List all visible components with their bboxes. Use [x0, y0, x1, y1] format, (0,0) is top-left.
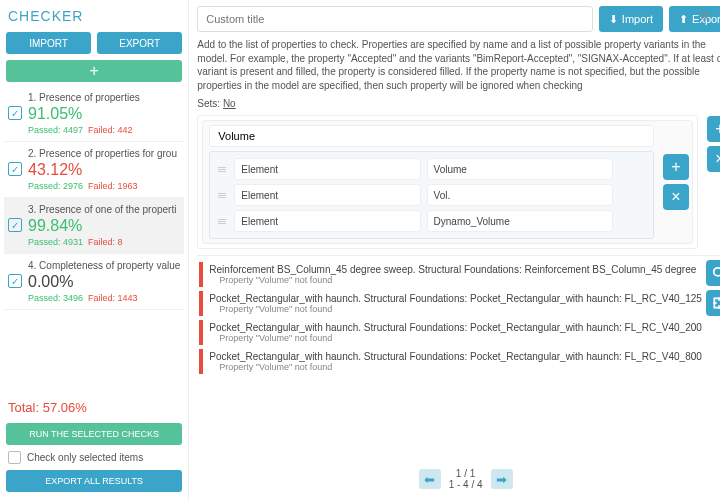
drag-handle-icon[interactable] — [216, 210, 228, 232]
error-list: Reinforcement BS_Column_45 degree sweep.… — [197, 260, 720, 464]
check-checkbox[interactable]: ✓ — [8, 218, 22, 232]
remove-row-button[interactable]: × — [663, 184, 689, 210]
property-type[interactable]: Element — [234, 158, 420, 180]
drag-handle-icon[interactable] — [216, 184, 228, 206]
error-main: Pocket_Rectangular_with haunch. Structur… — [209, 351, 702, 362]
error-sub: Property "Volume" not found — [209, 275, 702, 285]
property-name[interactable]: Volume — [427, 158, 613, 180]
drag-handle-icon[interactable] — [216, 158, 228, 180]
check-only-label: Check only selected items — [27, 452, 143, 463]
pager-next-button[interactable]: ➡ — [491, 469, 513, 489]
error-sub: Property "Volume" not found — [209, 333, 702, 343]
failed-count: Failed: 8 — [88, 237, 123, 247]
check-name: 4. Completeness of property value — [28, 260, 180, 271]
check-percent: 91.05% — [28, 105, 180, 123]
remove-group-button[interactable]: × — [707, 146, 720, 172]
error-main: Pocket_Rectangular_with haunch. Structur… — [209, 293, 702, 304]
error-item[interactable]: Pocket_Rectangular_with haunch. Structur… — [199, 349, 720, 374]
error-item[interactable]: Pocket_Rectangular_with haunch. Structur… — [199, 291, 720, 316]
check-item[interactable]: ✓ 1. Presence of properties 91.05% Passe… — [4, 86, 184, 142]
sets-label: Sets: — [197, 98, 220, 109]
pager-prev-button[interactable]: ⬅ — [419, 469, 441, 489]
check-checkbox[interactable]: ✓ — [8, 162, 22, 176]
property-row[interactable]: Element Dynamo_Volume — [216, 210, 613, 232]
total-label: Total: 57.06% — [4, 394, 184, 421]
check-item[interactable]: ✓ 4. Completeness of property value 0.00… — [4, 254, 184, 310]
check-checkbox[interactable]: ✓ — [8, 274, 22, 288]
error-sub: Property "Volume" not found — [209, 304, 702, 314]
check-name: 2. Presence of properties for grou — [28, 148, 180, 159]
group-title[interactable]: Volume — [209, 125, 654, 147]
check-item[interactable]: ✓ 3. Presence of one of the properti 99.… — [4, 198, 184, 254]
check-percent: 43.12% — [28, 161, 180, 179]
check-checkbox[interactable]: ✓ — [8, 106, 22, 120]
property-type[interactable]: Element — [234, 184, 420, 206]
failed-count: Failed: 1443 — [88, 293, 138, 303]
close-icon[interactable]: × — [699, 6, 710, 27]
property-area: + × Volume + × Element Volume Element Vo… — [197, 115, 698, 249]
upload-icon: ⬆ — [679, 13, 688, 26]
right-export-button[interactable]: ⬆Export — [669, 6, 720, 32]
left-import-button[interactable]: IMPORT — [6, 32, 91, 54]
locate-error-button[interactable] — [706, 290, 720, 316]
check-name: 1. Presence of properties — [28, 92, 180, 103]
check-percent: 0.00% — [28, 273, 180, 291]
svg-point-0 — [714, 268, 720, 276]
property-name[interactable]: Dynamo_Volume — [427, 210, 613, 232]
error-sub: Property "Volume" not found — [209, 362, 702, 372]
property-type[interactable]: Element — [234, 210, 420, 232]
passed-count: Passed: 2976 — [28, 181, 83, 191]
app-title: CHECKER — [8, 8, 83, 24]
left-export-button[interactable]: EXPORT — [97, 32, 182, 54]
error-main: Reinforcement BS_Column_45 degree sweep.… — [209, 264, 702, 275]
property-row[interactable]: Element Vol. — [216, 184, 613, 206]
sets-value[interactable]: No — [223, 98, 236, 109]
add-group-button[interactable]: + — [707, 116, 720, 142]
export-all-button[interactable]: EXPORT ALL RESULTS — [6, 470, 182, 492]
custom-title-input[interactable] — [197, 6, 593, 32]
pager-range: 1 - 4 / 4 — [449, 479, 483, 490]
download-icon: ⬇ — [609, 13, 618, 26]
run-checks-button[interactable]: RUN THE SELECTED CHECKS — [6, 423, 182, 445]
check-percent: 99.84% — [28, 217, 180, 235]
error-item[interactable]: Pocket_Rectangular_with haunch. Structur… — [199, 320, 720, 345]
check-name: 3. Presence of one of the properti — [28, 204, 180, 215]
check-item[interactable]: ✓ 2. Presence of properties for grou 43.… — [4, 142, 184, 198]
description-text: Add to the list of properties to check. … — [197, 38, 720, 92]
failed-count: Failed: 442 — [88, 125, 133, 135]
passed-count: Passed: 3496 — [28, 293, 83, 303]
add-row-button[interactable]: + — [663, 154, 689, 180]
passed-count: Passed: 4497 — [28, 125, 83, 135]
failed-count: Failed: 1963 — [88, 181, 138, 191]
check-only-checkbox[interactable] — [8, 451, 21, 464]
error-item[interactable]: Reinforcement BS_Column_45 degree sweep.… — [199, 262, 720, 287]
error-main: Pocket_Rectangular_with haunch. Structur… — [209, 322, 702, 333]
property-name[interactable]: Vol. — [427, 184, 613, 206]
checks-list: ✓ 1. Presence of properties 91.05% Passe… — [4, 86, 184, 394]
passed-count: Passed: 4931 — [28, 237, 83, 247]
property-row[interactable]: Element Volume — [216, 158, 613, 180]
add-check-button[interactable]: + — [6, 60, 182, 82]
pager-page: 1 / 1 — [456, 468, 475, 479]
search-error-button[interactable] — [706, 260, 720, 286]
right-import-button[interactable]: ⬇Import — [599, 6, 663, 32]
